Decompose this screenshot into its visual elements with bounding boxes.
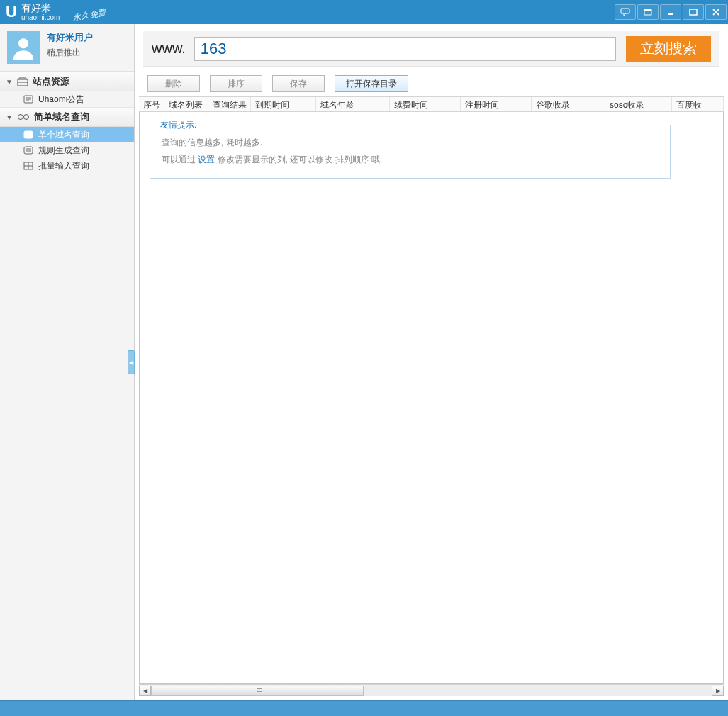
svg-rect-6 <box>690 9 697 15</box>
site-icon <box>17 77 28 86</box>
action-row: 删除 排序 保存 打开保存目录 <box>135 72 728 96</box>
save-button[interactable]: 保存 <box>272 75 325 92</box>
sidebar-item-label: Uhaomi公告 <box>38 94 84 106</box>
sidebar-item-label: 批量输入查询 <box>38 160 89 172</box>
svg-point-2 <box>627 11 627 11</box>
user-subtitle: 稍后推出 <box>47 47 93 59</box>
svg-point-7 <box>18 38 28 48</box>
sidebar-item-label: 单个域名查询 <box>38 129 89 141</box>
chevron-down-icon: ▼ <box>6 113 13 121</box>
sidebar-item-label: 规则生成查询 <box>38 145 89 157</box>
one-icon: 1 <box>23 129 34 140</box>
user-panel: 有好米用户 稍后推出 <box>0 24 134 72</box>
search-prefix-label: www. <box>152 40 186 57</box>
sidebar-item-announcements[interactable]: Uhaomi公告 <box>0 91 134 107</box>
status-bar <box>0 700 728 716</box>
col-register-time[interactable]: 注册时间 <box>461 97 532 111</box>
col-expire-time[interactable]: 到期时间 <box>251 97 316 111</box>
friendly-tip-box: 友情提示: 查询的信息越多, 耗时越多. 可以通过 设置 修改需要显示的列, 还… <box>150 125 671 179</box>
svg-point-11 <box>23 115 28 120</box>
domain-input[interactable] <box>194 37 616 61</box>
svg-text:1: 1 <box>26 132 30 139</box>
col-query-result[interactable]: 查询结果 <box>208 97 251 111</box>
horizontal-scrollbar[interactable]: ◀ ▶ <box>139 684 724 696</box>
col-domain-age[interactable]: 域名年龄 <box>316 97 390 111</box>
scroll-left-icon[interactable]: ◀ <box>139 686 151 696</box>
sidebar: 有好米用户 稍后推出 ▼ 站点资源 Uhaomi公告 ▼ 简单域名查询 <box>0 24 135 700</box>
tip-line-1: 查询的信息越多, 耗时越多. <box>162 134 659 151</box>
svg-point-1 <box>625 11 625 11</box>
scroll-track[interactable] <box>151 686 712 696</box>
col-renew-time[interactable]: 续费时间 <box>390 97 461 111</box>
sidebar-section-site-resources[interactable]: ▼ 站点资源 <box>0 72 134 91</box>
results-table-body: 友情提示: 查询的信息越多, 耗时越多. 可以通过 设置 修改需要显示的列, 还… <box>139 112 724 684</box>
grid-icon <box>23 160 34 172</box>
sidebar-item-single-domain-query[interactable]: 1 单个域名查询 <box>0 127 134 142</box>
maximize-icon[interactable] <box>683 4 704 20</box>
tip-line-2: 可以通过 设置 修改需要显示的列, 还可以修改 排列顺序 哦. <box>162 151 659 168</box>
settings-link[interactable]: 设置 <box>198 155 215 164</box>
sort-button[interactable]: 排序 <box>210 75 262 92</box>
section-label: 站点资源 <box>33 75 69 88</box>
col-soso-index[interactable]: soso收录 <box>605 97 672 111</box>
main-content: www. 立刻搜索 删除 排序 保存 打开保存目录 序号 域名列表 查询结果 到… <box>135 24 728 700</box>
svg-point-10 <box>18 115 23 120</box>
sidebar-item-rule-generate-query[interactable]: 规则生成查询 <box>0 142 134 158</box>
search-button[interactable]: 立刻搜索 <box>626 36 711 62</box>
col-baidu-index[interactable]: 百度收 <box>672 97 724 111</box>
delete-button[interactable]: 删除 <box>147 75 200 92</box>
minimize-icon[interactable] <box>660 4 681 20</box>
restore-icon[interactable] <box>637 4 659 20</box>
logo-letter: U <box>6 3 17 21</box>
svg-point-0 <box>622 11 623 11</box>
news-icon <box>23 94 34 105</box>
svg-rect-4 <box>644 9 651 11</box>
scroll-thumb[interactable] <box>151 686 364 696</box>
brand-name-en: uhaomi.com <box>21 13 60 21</box>
feedback-icon[interactable] <box>615 4 636 20</box>
search-glasses-icon <box>17 113 30 121</box>
title-bar: U 有好米 uhaomi.com 永久免费 <box>0 0 728 24</box>
sidebar-section-domain-query[interactable]: ▼ 简单域名查询 <box>0 107 134 127</box>
sidebar-item-batch-input-query[interactable]: 批量输入查询 <box>0 158 134 174</box>
free-badge: 永久免费 <box>72 6 107 23</box>
search-bar: www. 立刻搜索 <box>143 31 719 67</box>
scroll-right-icon[interactable]: ▶ <box>712 686 724 696</box>
results-table-header: 序号 域名列表 查询结果 到期时间 域名年龄 续费时间 注册时间 谷歌收录 so… <box>139 96 724 112</box>
svg-rect-5 <box>668 13 673 15</box>
close-icon[interactable] <box>705 4 727 20</box>
col-google-index[interactable]: 谷歌收录 <box>532 97 605 111</box>
brand-name-cn: 有好米 <box>21 3 60 13</box>
list-icon <box>23 145 34 156</box>
col-domain-list[interactable]: 域名列表 <box>164 97 208 111</box>
avatar <box>7 31 40 64</box>
sidebar-collapse-handle[interactable] <box>128 350 135 374</box>
tip-title: 友情提示: <box>157 119 199 131</box>
chevron-down-icon: ▼ <box>6 78 13 86</box>
section-label: 简单域名查询 <box>34 111 89 123</box>
col-index[interactable]: 序号 <box>139 97 164 111</box>
user-name: 有好米用户 <box>47 31 93 44</box>
open-save-dir-button[interactable]: 打开保存目录 <box>335 75 408 92</box>
